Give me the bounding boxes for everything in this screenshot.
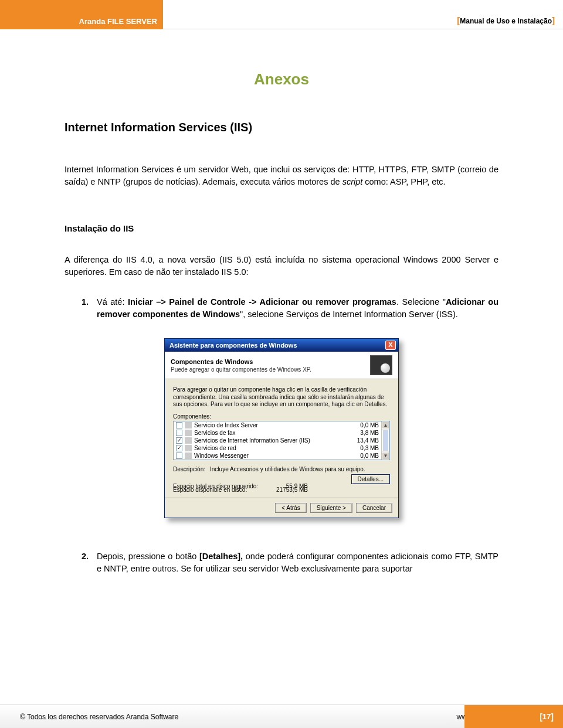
scroll-thumb[interactable] bbox=[382, 430, 389, 451]
li1-mid: . Selecione " bbox=[396, 297, 446, 307]
list-item-number: 2. bbox=[65, 550, 97, 575]
section-install-paragraph: A diferença do IIS 4.0, a nova versão (I… bbox=[65, 254, 498, 278]
footer-page-badge: [17] bbox=[464, 705, 563, 728]
checkbox[interactable] bbox=[176, 422, 182, 428]
bracket-close-icon: ] bbox=[551, 712, 554, 722]
description-row: Descripción: Incluye Accesorios y utilid… bbox=[173, 466, 390, 472]
li1-post: ", selecione Serviços de Internet Inform… bbox=[240, 309, 458, 319]
footer-copyright: © Todos los derechos reservados Aranda S… bbox=[0, 713, 457, 721]
p1-post: como: ASP, PHP, etc. bbox=[362, 177, 445, 186]
header-orange-band: Aranda FILE SERVER bbox=[0, 0, 163, 29]
banner-title: Componentes de Windows bbox=[171, 358, 311, 365]
component-icon bbox=[185, 430, 192, 436]
checkbox[interactable] bbox=[176, 453, 182, 459]
components-listbox[interactable]: Servicio de Index Server 0,0 MB Servicio… bbox=[173, 421, 390, 460]
checkbox[interactable]: ✓ bbox=[176, 445, 182, 451]
dialog-intro-text: Para agregar o quitar un componente haga… bbox=[173, 386, 390, 409]
dialog-title-text: Asistente para componentes de Windows bbox=[167, 342, 297, 349]
scrollbar[interactable]: ▲ ▼ bbox=[381, 421, 389, 460]
dialog-banner: Componentes de Windows Puede agregar o q… bbox=[165, 352, 398, 379]
components-label: Componentes: bbox=[173, 413, 390, 420]
list-item[interactable]: ✓Servicios de red 0,3 MB bbox=[174, 444, 389, 452]
dialog-footer: < Atrás Siguiente > Cancelar bbox=[165, 498, 398, 518]
details-button[interactable]: Detalles... bbox=[351, 474, 390, 484]
header-bar: Aranda FILE SERVER [Manual de Uso e Inst… bbox=[0, 0, 563, 29]
component-name: Servicios de red bbox=[194, 445, 236, 451]
windows-components-dialog: Asistente para componentes de Windows X … bbox=[164, 338, 399, 518]
list-item[interactable]: Servicios de fax 3,8 MB bbox=[174, 429, 389, 437]
component-name: Windows Messenger bbox=[194, 453, 249, 459]
section-iis-paragraph: Internet Information Services é um servi… bbox=[65, 164, 498, 188]
li2-pre: Depois, pressione o botão bbox=[97, 552, 199, 561]
ordered-list: 1. Vá até: Iniciar –> Painel de Controle… bbox=[65, 296, 498, 575]
dialog-figure: Asistente para componentes de Windows X … bbox=[65, 338, 498, 518]
footer-bar: © Todos los derechos reservados Aranda S… bbox=[0, 705, 563, 728]
section-install-title: Instalação do IIS bbox=[65, 223, 498, 233]
cancel-button[interactable]: Cancelar bbox=[356, 503, 392, 513]
checkbox[interactable] bbox=[176, 430, 182, 436]
space-free-row: Espacio disponible en disco: 21753,5 MB bbox=[173, 487, 390, 493]
list-item: 1. Vá até: Iniciar –> Painel de Controle… bbox=[65, 296, 498, 321]
li1-pre: Vá até: bbox=[97, 297, 128, 307]
scroll-down-icon[interactable]: ▼ bbox=[382, 452, 389, 460]
component-icon bbox=[185, 445, 192, 451]
list-item-body: Vá até: Iniciar –> Painel de Controle ->… bbox=[97, 296, 498, 321]
next-button[interactable]: Siguiente > bbox=[310, 503, 352, 513]
list-item[interactable]: Servicio de Index Server 0,0 MB bbox=[174, 421, 389, 429]
li2-bold: [Detalhes], bbox=[199, 552, 243, 561]
p1-italic: script bbox=[342, 177, 363, 186]
banner-subtitle: Puede agregar o quitar componentes de Wi… bbox=[171, 366, 311, 373]
back-button[interactable]: < Atrás bbox=[275, 503, 306, 513]
bracket-close-icon: ] bbox=[552, 15, 555, 25]
description-value: Incluye Accesorios y utilidades de Windo… bbox=[210, 466, 365, 472]
dialog-titlebar: Asistente para componentes de Windows X bbox=[165, 339, 398, 352]
list-item-body: Depois, pressione o botão [Detalhes], on… bbox=[97, 550, 498, 575]
component-icon bbox=[185, 437, 192, 444]
component-name: Servicio de Index Server bbox=[194, 422, 258, 428]
page-title: Anexos bbox=[65, 70, 498, 89]
component-name: Servicios de Internet Information Server… bbox=[194, 437, 310, 444]
space-free-value: 21753,5 MB bbox=[267, 487, 308, 493]
component-icon bbox=[185, 422, 192, 428]
list-item-number: 1. bbox=[65, 296, 97, 321]
close-icon[interactable]: X bbox=[385, 341, 396, 350]
scroll-up-icon[interactable]: ▲ bbox=[382, 421, 389, 429]
doc-label-text: Manual de Uso e Instalação bbox=[460, 17, 552, 25]
space-free-label: Espacio disponible en disco: bbox=[173, 487, 267, 493]
list-item[interactable]: ✓Servicios de Internet Information Serve… bbox=[174, 437, 389, 444]
dialog-body: Para agregar o quitar un componente haga… bbox=[165, 379, 398, 498]
page-content: Anexos Internet Information Services (II… bbox=[0, 29, 563, 699]
doc-label: [Manual de Uso e Instalação] bbox=[457, 15, 555, 25]
section-iis-title: Internet Information Services (IIS) bbox=[65, 121, 498, 134]
page-number: 17 bbox=[542, 712, 551, 721]
checkbox[interactable]: ✓ bbox=[176, 437, 182, 444]
component-icon bbox=[185, 453, 192, 459]
list-item[interactable]: Windows Messenger 0,0 MB bbox=[174, 452, 389, 460]
cd-icon bbox=[370, 355, 392, 375]
li1-bold1: Iniciar –> Painel de Controle -> Adicion… bbox=[128, 297, 396, 307]
description-label: Descripción: bbox=[173, 466, 205, 472]
component-name: Servicios de fax bbox=[194, 430, 236, 436]
product-title: Aranda FILE SERVER bbox=[79, 17, 157, 26]
list-item: 2. Depois, pressione o botão [Detalhes],… bbox=[65, 550, 498, 575]
